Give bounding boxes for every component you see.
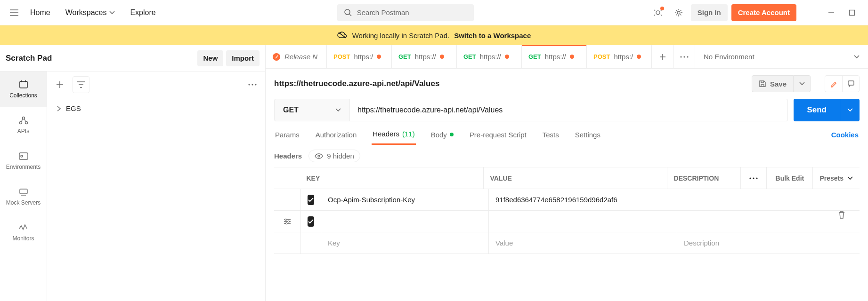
- rail-collections[interactable]: Collections: [0, 71, 47, 107]
- cell-value[interactable]: [489, 211, 677, 232]
- nav-explore[interactable]: Explore: [124, 6, 161, 20]
- save-label: Save: [770, 80, 787, 88]
- sidebar-content: EGS: [47, 71, 265, 301]
- rail-apis[interactable]: APIs: [0, 107, 47, 143]
- presets-button[interactable]: Presets: [813, 167, 860, 189]
- search-icon: [344, 8, 352, 17]
- import-button[interactable]: Import: [226, 50, 260, 66]
- cell-description[interactable]: [677, 189, 860, 210]
- rail-environments[interactable]: Environments: [0, 143, 47, 179]
- tab-request-active[interactable]: GET https://: [522, 45, 587, 68]
- row-checkbox[interactable]: [300, 232, 321, 253]
- subtab-settings[interactable]: Settings: [574, 128, 601, 144]
- collection-tree: EGS: [47, 98, 265, 119]
- cell-description[interactable]: [677, 211, 860, 232]
- banner-link[interactable]: Switch to a Workspace: [454, 32, 531, 40]
- hamburger-icon[interactable]: [8, 6, 21, 19]
- tab-request[interactable]: GET https://: [457, 45, 522, 68]
- chevron-down-icon: [854, 55, 860, 59]
- cell-description[interactable]: Description: [677, 232, 860, 253]
- method-dropdown[interactable]: GET: [275, 99, 350, 121]
- rail-mock-servers[interactable]: Mock Servers: [0, 179, 47, 214]
- tab-overflow-button[interactable]: [673, 45, 695, 68]
- nav-workspaces[interactable]: Workspaces: [60, 6, 121, 20]
- new-button[interactable]: New: [197, 50, 223, 66]
- cell-key[interactable]: [321, 211, 489, 232]
- request-title[interactable]: https://thetruecode.azure-api.net/api/Va…: [274, 79, 747, 88]
- row-handle[interactable]: [274, 232, 300, 253]
- settings-icon[interactable]: [670, 4, 687, 21]
- tab-request[interactable]: GET https://: [392, 45, 457, 68]
- table-row-new: Key Value Description: [274, 232, 860, 254]
- save-button[interactable]: Save: [752, 75, 794, 92]
- svg-point-21: [753, 177, 754, 179]
- filter-button[interactable]: [73, 76, 89, 93]
- new-tab-button[interactable]: [652, 45, 673, 68]
- rail-monitors[interactable]: Monitors: [0, 214, 47, 250]
- capture-icon[interactable]: [649, 4, 666, 21]
- tab-request[interactable]: POST https:/: [327, 45, 392, 68]
- view-group: [825, 75, 860, 92]
- cell-value[interactable]: 91f8ed6364774e6582196159d96d2af6: [489, 189, 677, 210]
- add-button[interactable]: [53, 78, 67, 92]
- cell-key[interactable]: Ocp-Apim-Subscription-Key: [321, 189, 489, 210]
- settings-sliders-icon: [284, 218, 291, 225]
- send-button[interactable]: Send: [794, 99, 840, 121]
- url-row: GET https://thetruecode.azure-api.net/ap…: [266, 99, 868, 121]
- sidebar-more-icon[interactable]: [245, 78, 260, 92]
- subtab-params[interactable]: Params: [274, 128, 300, 144]
- cell-value[interactable]: Value: [489, 232, 677, 253]
- tree-item-egs[interactable]: EGS: [50, 101, 262, 116]
- svg-point-25: [285, 222, 287, 224]
- tab-request[interactable]: POST https:/: [587, 45, 652, 68]
- send-dropdown[interactable]: [840, 99, 860, 121]
- delete-row-button[interactable]: [838, 211, 845, 219]
- notification-dot: [660, 7, 664, 10]
- tab-release-notes[interactable]: Release N: [266, 45, 327, 68]
- window-maximize[interactable]: [844, 4, 860, 21]
- comment-icon[interactable]: [842, 76, 859, 92]
- headers-count: (11): [402, 130, 415, 138]
- tab-label: https://: [545, 53, 566, 61]
- dirty-dot: [637, 55, 641, 59]
- svg-point-2: [677, 11, 680, 14]
- search-input[interactable]: Search Postman: [337, 4, 474, 21]
- top-header: Home Workspaces Explore Search Postman S…: [0, 0, 868, 25]
- cookies-link[interactable]: Cookies: [830, 128, 860, 144]
- environment-selector[interactable]: No Environment: [695, 45, 868, 68]
- subtab-body[interactable]: Body: [430, 128, 454, 144]
- value-value: 91f8ed6364774e6582196159d96d2af6: [495, 196, 617, 204]
- table-row: Ocp-Apim-Subscription-Key 91f8ed6364774e…: [274, 189, 860, 211]
- create-account-button[interactable]: Create Account: [731, 4, 796, 21]
- nav-home[interactable]: Home: [24, 6, 56, 20]
- dirty-dot: [377, 55, 381, 59]
- row-checkbox[interactable]: [300, 189, 321, 210]
- subtab-auth[interactable]: Authorization: [315, 128, 358, 144]
- col-key: KEY: [300, 167, 484, 189]
- svg-point-5: [22, 117, 24, 119]
- row-handle[interactable]: [274, 189, 300, 210]
- cell-key[interactable]: Key: [321, 232, 489, 253]
- search-placeholder: Search Postman: [357, 8, 409, 16]
- window-minimize[interactable]: [823, 4, 840, 21]
- subtab-label: Settings: [575, 131, 600, 139]
- save-dropdown[interactable]: [794, 75, 811, 92]
- bulk-edit-button[interactable]: Bulk Edit: [767, 167, 813, 189]
- hidden-headers-toggle[interactable]: 9 hidden: [308, 150, 360, 162]
- desc-placeholder: Description: [684, 239, 719, 247]
- signin-label: Sign In: [698, 8, 721, 16]
- svg-rect-4: [20, 81, 27, 88]
- tab-label: https://: [480, 53, 501, 61]
- col-options[interactable]: [741, 167, 767, 189]
- url-input[interactable]: https://thetruecode.azure-api.net/api/Va…: [350, 99, 787, 121]
- edit-icon[interactable]: [825, 76, 842, 92]
- row-checkbox[interactable]: [300, 211, 321, 232]
- subtab-headers[interactable]: Headers (11): [372, 127, 415, 145]
- signin-button[interactable]: Sign In: [691, 4, 728, 21]
- rail-label: APIs: [17, 128, 29, 135]
- row-handle[interactable]: [274, 211, 300, 232]
- key-placeholder: Key: [328, 239, 340, 247]
- subtab-label: Params: [275, 131, 300, 139]
- subtab-tests[interactable]: Tests: [542, 128, 560, 144]
- subtab-prerequest[interactable]: Pre-request Script: [469, 128, 527, 144]
